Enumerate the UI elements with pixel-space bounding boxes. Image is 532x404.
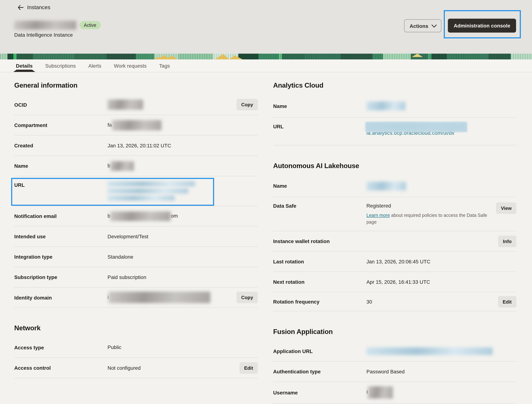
section-title-analytics-cloud: Analytics Cloud (273, 81, 516, 89)
row-analytics-name: Name (273, 94, 516, 118)
visible-text-fragment: I (366, 389, 368, 395)
title-row: Active (14, 21, 101, 30)
page-subtitle: Data Intelligence Instance (14, 32, 73, 38)
left-column: General information OCID Copy Compartmen… (14, 72, 258, 403)
row-url: URL (14, 176, 258, 206)
row-identity-domain: Identity domain i Copy (14, 288, 258, 308)
redacted-link-text (108, 181, 195, 186)
header-actions: Actions Administration console (404, 19, 516, 33)
redacted-text (366, 181, 406, 190)
row-application-url: Application URL (273, 341, 516, 361)
section-title-autonomous-ai-lakehouse: Autonomous AI Lakehouse (273, 162, 516, 170)
subscription-type-value: Paid subscription (108, 274, 258, 281)
visible-text-fragment: b (108, 213, 110, 218)
compartment-value: fa (108, 120, 258, 130)
integration-type-value: Standalone (108, 254, 258, 260)
row-ocid: OCID Copy (14, 94, 258, 115)
row-compartment: Compartment fa (14, 115, 258, 135)
row-data-safe: Data Safe Registered Learn more about re… (273, 197, 516, 231)
application-url-redacted-link[interactable] (366, 347, 516, 355)
ocid-value-redacted (108, 100, 236, 110)
instance-name-redacted (14, 21, 76, 30)
access-type-value: Public (108, 344, 258, 351)
redacted-text (110, 161, 134, 171)
section-title-general-information: General information (14, 81, 258, 89)
back-arrow-icon[interactable] (18, 5, 24, 10)
page-header: Instances Active Data Intelligence Insta… (0, 0, 532, 54)
tab-details[interactable]: Details (16, 59, 33, 72)
created-value: Jan 13, 2026, 20:11:02 UTC (108, 142, 258, 149)
row-last-rotation: Last rotation Jan 13, 2026, 20:06:45 UTC (273, 251, 516, 272)
analytics-name-redacted (366, 102, 516, 110)
intended-use-value: Development/Test (108, 233, 258, 240)
edit-access-control-button[interactable]: Edit (240, 362, 258, 374)
redacted-link-text (108, 188, 188, 193)
row-rotation-frequency: Rotation frequency 30 Edit (273, 292, 516, 311)
redacted-link-text (366, 347, 493, 355)
actions-button-label: Actions (410, 23, 428, 29)
tab-subscriptions[interactable]: Subscriptions (45, 59, 76, 72)
row-notification-email: Notification email bom (14, 206, 258, 226)
row-instance-wallet-rotation: Instance wallet rotation Info (273, 231, 516, 251)
tab-tags[interactable]: Tags (159, 59, 170, 72)
copy-identity-domain-button[interactable]: Copy (236, 292, 258, 303)
row-next-rotation: Next rotation Apr 15, 2026, 16:41:33 UTC (273, 272, 516, 292)
blur-overlay (366, 122, 467, 132)
rotation-frequency-value: 30 (366, 298, 498, 305)
section-title-fusion-application: Fusion Application (273, 328, 516, 336)
row-access-control: Access control Not configured Edit (14, 358, 258, 378)
name-value: b (108, 161, 258, 171)
row-lakehouse-name: Name (273, 175, 516, 197)
redacted-text (109, 292, 210, 303)
redacted-text (110, 211, 171, 221)
row-username: Username I (273, 382, 516, 404)
actions-button[interactable]: Actions (404, 19, 442, 32)
section-title-network: Network (14, 324, 258, 332)
breadcrumb-instances-link[interactable]: Instances (27, 4, 50, 10)
row-name: Name b (14, 156, 258, 176)
redacted-link-text (108, 196, 175, 201)
decorative-banner (0, 54, 532, 59)
visible-text-fragment: b (108, 162, 110, 168)
administration-console-button[interactable]: Administration console (448, 19, 516, 33)
info-wallet-rotation-button[interactable]: Info (498, 235, 516, 247)
row-access-type: Access type Public (14, 337, 258, 358)
data-safe-status: Registered (366, 202, 496, 209)
redacted-text (108, 100, 143, 110)
visible-text-fragment: om (171, 213, 178, 218)
visible-text-fragment: fa (108, 122, 112, 127)
status-badge: Active (79, 21, 101, 29)
data-safe-help-text: Learn more about required policies to ac… (366, 212, 496, 226)
right-column: Analytics Cloud Name URL ia.analytics.oc… (273, 72, 516, 403)
data-safe-value: Registered Learn more about required pol… (366, 202, 496, 226)
instance-details-page: Instances Active Data Intelligence Insta… (0, 0, 532, 404)
view-data-safe-button[interactable]: View (496, 202, 516, 214)
copy-ocid-button[interactable]: Copy (236, 99, 258, 110)
row-integration-type: Integration type Standalone (14, 247, 258, 267)
next-rotation-value: Apr 15, 2026, 16:41:33 UTC (366, 279, 516, 285)
row-created: Created Jan 13, 2026, 20:11:02 UTC (14, 135, 258, 156)
learn-more-link[interactable]: Learn more (366, 213, 390, 218)
row-intended-use: Intended use Development/Test (14, 226, 258, 247)
authentication-type-value: Password Based (366, 368, 516, 375)
lakehouse-name-redacted (366, 181, 516, 190)
redacted-text (368, 386, 393, 399)
redacted-text (112, 120, 161, 130)
row-analytics-url: URL ia.analytics.ocp.oraclecloud.com/ui/… (273, 118, 516, 145)
last-rotation-value: Jan 13, 2026, 20:06:45 UTC (366, 258, 516, 265)
row-subscription-type: Subscription type Paid subscription (14, 267, 258, 288)
breadcrumb: Instances (18, 4, 50, 10)
analytics-url-link[interactable]: ia.analytics.ocp.oraclecloud.com/ui/dv (366, 123, 478, 136)
tab-alerts[interactable]: Alerts (88, 59, 101, 72)
banner-texture (0, 54, 532, 59)
chevron-down-icon (432, 22, 437, 28)
notification-email-value: bom (108, 211, 258, 221)
tab-bar: Details Subscriptions Alerts Work reques… (0, 59, 532, 72)
access-control-value: Not configured (108, 364, 240, 371)
tab-work-requests[interactable]: Work requests (114, 59, 147, 72)
edit-rotation-frequency-button[interactable]: Edit (498, 296, 516, 308)
details-content: General information OCID Copy Compartmen… (0, 72, 532, 404)
redacted-text (366, 102, 405, 110)
username-value: I (366, 386, 516, 399)
url-value-redacted-link[interactable] (108, 181, 258, 201)
